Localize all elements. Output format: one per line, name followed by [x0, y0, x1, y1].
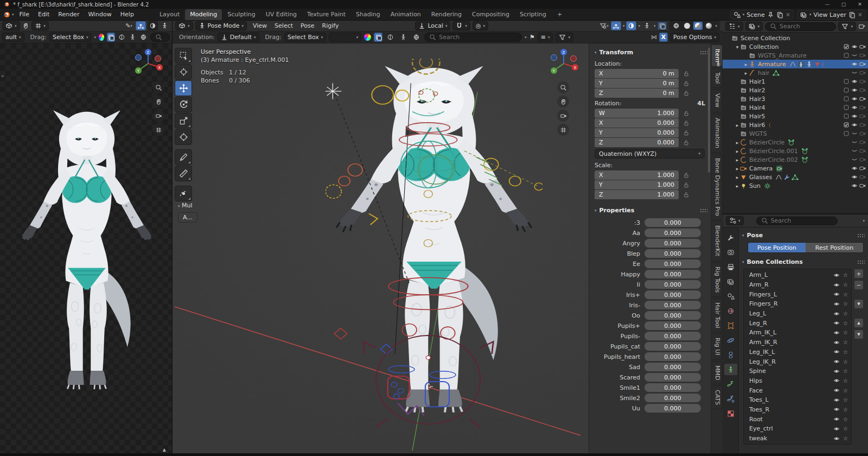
chevron-down-icon[interactable]: ▾	[94, 35, 96, 40]
disable-render-icon[interactable]	[859, 96, 866, 102]
editor-type-dropdown[interactable]: ▾	[2, 21, 20, 30]
menu-render[interactable]: Render	[54, 10, 84, 19]
workspace-tab-compositing[interactable]: Compositing	[467, 9, 514, 20]
n-panel-tab-hair-tool[interactable]: Hair Tool	[712, 298, 723, 332]
remove-collection-button[interactable]: −	[854, 280, 864, 290]
scene-selector[interactable]: ▾ Scene ✕	[730, 10, 794, 20]
pose-breakdowner-tool[interactable]	[175, 186, 192, 201]
properties-search[interactable]	[756, 217, 838, 225]
outliner-row-hair4[interactable]: Hair4	[723, 103, 868, 112]
lock-icon[interactable]	[683, 71, 690, 77]
filter-toggle-2[interactable]	[118, 33, 126, 42]
outliner-row-wgts[interactable]: WGTS	[723, 129, 868, 138]
filter-toggle-4[interactable]	[139, 33, 148, 42]
outliner-row-hair[interactable]: ▶hair	[723, 68, 868, 77]
properties-tab-tool[interactable]	[724, 232, 737, 243]
lock-icon[interactable]	[683, 192, 690, 198]
new-collection-icon[interactable]	[858, 23, 865, 30]
disclosure-arrow-icon[interactable]: ▶	[735, 149, 740, 153]
visibility-eye-icon[interactable]	[833, 311, 840, 317]
panel-drag-dots[interactable]	[700, 50, 707, 55]
left-mode-dropdown[interactable]: ▾	[31, 21, 49, 30]
bookmark-icon[interactable]: ⚑	[529, 34, 535, 41]
outliner-row-collection[interactable]: ▼Collection	[723, 42, 868, 51]
camera-view-icon[interactable]	[557, 110, 569, 122]
solo-star-icon[interactable]: ☆	[843, 426, 848, 432]
filter-dropdown[interactable]: ▾	[838, 22, 856, 31]
n-panel-tab-cats[interactable]: CATS	[712, 385, 723, 409]
solo-star-icon[interactable]: ☆	[843, 359, 848, 365]
add-workspace-button[interactable]: +	[552, 9, 567, 20]
properties-tab-object-data[interactable]	[724, 364, 737, 375]
visibility-eye-icon[interactable]	[833, 397, 840, 403]
outliner-row-b-ziercircle[interactable]: ▶BézierCircle	[723, 138, 868, 147]
xray-pose-icon[interactable]	[159, 21, 170, 30]
outliner-row-camera[interactable]: ▶Camera	[723, 164, 868, 173]
add-collection-button[interactable]: +	[854, 269, 864, 278]
grid-ortho-icon[interactable]	[152, 124, 164, 136]
hide-viewport-icon[interactable]	[851, 165, 858, 172]
solo-star-icon[interactable]: ☆	[843, 349, 848, 355]
disclosure-arrow-icon[interactable]: ▶	[735, 123, 740, 127]
zoom-icon[interactable]	[152, 81, 164, 93]
rotation-x-field[interactable]: X0.000	[595, 118, 679, 128]
shape-key-value-field[interactable]: 0.000	[644, 270, 701, 278]
hide-viewport-icon[interactable]	[851, 78, 858, 85]
outliner-row-hair3[interactable]: Hair3	[723, 94, 868, 103]
menu-window[interactable]: Window	[84, 10, 116, 19]
new-view-layer-icon[interactable]	[848, 11, 856, 18]
shape-key-value-field[interactable]: 0.000	[644, 239, 701, 248]
shape-key-value-field[interactable]: 0.000	[644, 373, 701, 382]
shape-key-value-field[interactable]: 0.000	[644, 342, 701, 351]
outliner-row-hair5[interactable]: Hair5	[723, 112, 868, 121]
viewport-menu-select[interactable]: Select	[271, 21, 297, 30]
menu-file[interactable]: File	[15, 10, 34, 19]
transform-tool[interactable]	[175, 129, 192, 145]
drag-select-dropdown[interactable]: Select Box▾	[284, 33, 326, 42]
character-model-rigged[interactable]	[326, 59, 542, 428]
outliner-row-armature[interactable]: ▶Armature	[723, 60, 868, 68]
zoom-icon[interactable]	[557, 81, 569, 93]
bone-collection-row-leg_r[interactable]: Leg_R☆	[744, 318, 851, 328]
properties-tab-object[interactable]	[724, 320, 737, 331]
properties-tab-bone-constraint[interactable]	[724, 393, 737, 404]
location-z-field[interactable]: Z0 m	[595, 88, 679, 98]
solo-star-icon[interactable]: ☆	[843, 397, 848, 403]
workspace-tab-texture-paint[interactable]: Texture Paint	[302, 9, 350, 20]
character-model-left[interactable]	[3, 104, 171, 402]
transform-orientation-dropdown[interactable]: Local▾	[415, 21, 450, 30]
outliner-row-sun[interactable]: ▶Sun	[723, 181, 868, 190]
grid-ortho-icon[interactable]	[557, 124, 569, 136]
disable-render-icon[interactable]	[859, 61, 866, 67]
disable-render-icon[interactable]	[859, 130, 866, 137]
disclosure-arrow-icon[interactable]: ▶	[735, 158, 740, 162]
shape-key-value-field[interactable]: 0.000	[644, 404, 701, 413]
hide-viewport-icon[interactable]	[851, 148, 858, 154]
properties-tab-scene[interactable]	[724, 290, 737, 302]
remove-view-layer-icon[interactable]: ✕	[858, 11, 863, 18]
filter-toggle-1[interactable]	[107, 33, 115, 42]
rotation-y-field[interactable]: Y0.000	[595, 128, 679, 137]
bone-collection-row-spine[interactable]: Spine☆	[744, 366, 851, 376]
visibility-eye-icon[interactable]	[833, 320, 840, 326]
lock-icon[interactable]	[683, 182, 690, 188]
lock-icon[interactable]	[683, 172, 690, 179]
hide-viewport-icon[interactable]	[851, 130, 858, 137]
rotation-z-field[interactable]: Z0.000	[595, 138, 679, 147]
show-gizmo-toggle[interactable]	[611, 21, 621, 30]
filter-toggle-2[interactable]	[385, 33, 395, 42]
new-scene-icon[interactable]	[776, 11, 783, 18]
shape-key-value-field[interactable]: 0.000	[644, 352, 701, 361]
visibility-eye-icon[interactable]	[833, 387, 840, 394]
view-layer-selector[interactable]: ▾ View Layer ✕	[797, 10, 866, 20]
disable-render-icon[interactable]	[859, 182, 866, 189]
panel-drag-dots[interactable]	[700, 208, 707, 213]
n-panel-tab-tool[interactable]: Tool	[712, 68, 723, 88]
visibility-eye-icon[interactable]	[833, 426, 840, 432]
measure-tool[interactable]	[175, 166, 192, 181]
mirror-x-toggle[interactable]: X	[659, 33, 668, 42]
disable-render-icon[interactable]	[859, 78, 866, 85]
bone-collection-row-eye_ctrl[interactable]: Eye_ctrl☆	[744, 424, 851, 434]
panel-drag-dots[interactable]	[857, 260, 865, 264]
visibility-eye-icon[interactable]	[833, 368, 840, 375]
